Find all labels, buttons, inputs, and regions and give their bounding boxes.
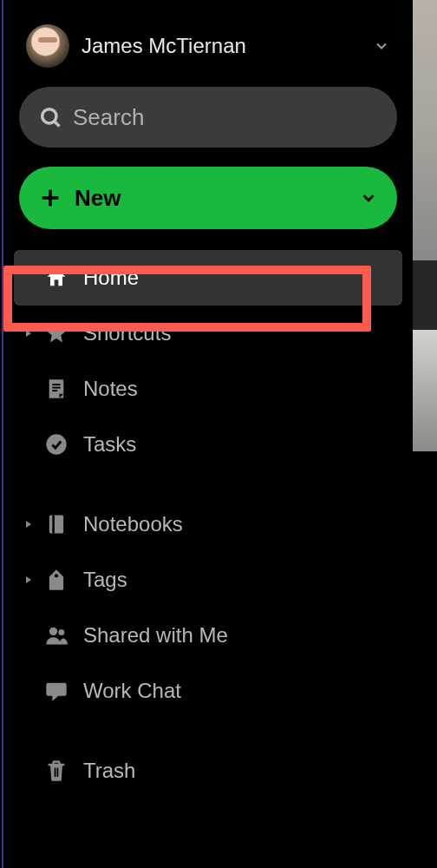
- svg-rect-6: [52, 390, 57, 391]
- trash-icon: [43, 758, 69, 784]
- sidebar-item-label: Notes: [83, 377, 138, 401]
- sidebar-item-label: Tags: [83, 568, 127, 592]
- svg-rect-9: [52, 516, 55, 534]
- sidebar-item-shared[interactable]: Shared with Me: [19, 608, 397, 663]
- sidebar-item-home[interactable]: Home: [14, 250, 402, 306]
- search-input[interactable]: [73, 104, 378, 131]
- people-icon: [43, 622, 69, 648]
- disclosure-triangle-icon[interactable]: [23, 574, 35, 586]
- disclosure-triangle-icon[interactable]: [23, 518, 35, 530]
- sidebar-item-notebooks[interactable]: Notebooks: [19, 496, 397, 552]
- sidebar-item-label: Home: [83, 266, 139, 290]
- tag-icon: [43, 567, 69, 593]
- check-icon: [43, 431, 69, 457]
- sidebar-item-label: Shortcuts: [83, 321, 171, 345]
- sidebar-item-shortcuts[interactable]: Shortcuts: [19, 306, 397, 361]
- search-icon: [38, 105, 62, 129]
- account-switcher[interactable]: James McTiernan: [19, 17, 397, 87]
- avatar: [26, 24, 69, 68]
- sidebar-item-notes[interactable]: Notes: [19, 361, 397, 417]
- note-icon: [43, 376, 69, 402]
- svg-rect-14: [57, 768, 59, 778]
- sidebar-item-workchat[interactable]: Work Chat: [19, 663, 397, 719]
- sidebar-item-trash[interactable]: Trash: [19, 743, 397, 799]
- star-icon: [43, 320, 69, 346]
- sidebar-item-label: Work Chat: [83, 679, 181, 703]
- new-button-label: New: [75, 185, 347, 212]
- sidebar-item-label: Trash: [83, 759, 135, 783]
- svg-rect-4: [52, 384, 60, 385]
- svg-point-10: [55, 574, 58, 577]
- disclosure-triangle-icon[interactable]: [23, 327, 35, 339]
- svg-point-12: [58, 629, 64, 635]
- plus-icon: [38, 186, 62, 210]
- chevron-down-icon: [359, 188, 378, 207]
- svg-line-1: [55, 122, 60, 127]
- chat-icon: [43, 678, 69, 704]
- search-field[interactable]: [19, 87, 397, 148]
- sidebar-item-label: Tasks: [83, 432, 136, 457]
- sidebar-item-label: Shared with Me: [83, 623, 228, 648]
- sidebar-item-label: Notebooks: [83, 512, 183, 536]
- svg-rect-13: [55, 768, 56, 778]
- user-name: James McTiernan: [82, 34, 361, 58]
- sidebar: James McTiernan New HomeShortcutsNotesTa…: [2, 0, 413, 868]
- sidebar-item-tasks[interactable]: Tasks: [19, 417, 397, 472]
- chevron-down-icon: [373, 37, 390, 55]
- svg-rect-5: [52, 387, 60, 389]
- svg-rect-8: [49, 516, 63, 534]
- svg-point-11: [49, 628, 57, 635]
- home-icon: [43, 265, 69, 291]
- svg-point-0: [42, 109, 56, 123]
- new-button[interactable]: New: [19, 167, 397, 229]
- content-preview-strip: [413, 0, 437, 868]
- notebook-icon: [43, 511, 69, 537]
- svg-point-7: [46, 434, 66, 454]
- nav: HomeShortcutsNotesTasksNotebooksTagsShar…: [19, 250, 397, 799]
- sidebar-item-tags[interactable]: Tags: [19, 552, 397, 608]
